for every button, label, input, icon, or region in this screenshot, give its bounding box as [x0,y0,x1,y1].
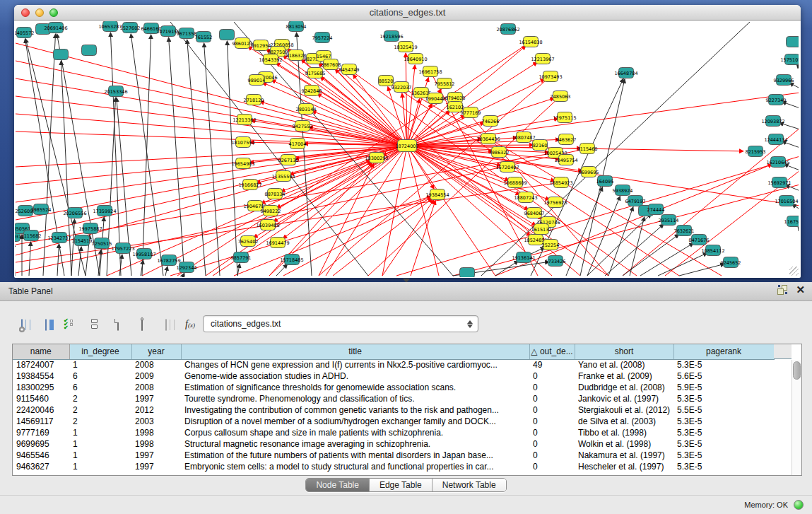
column-header-name[interactable]: name [13,344,69,359]
graph-node[interactable]: 1527602 [120,23,141,33]
graph-node[interactable] [787,37,799,47]
table-settings-button[interactable] [13,315,31,334]
graph-node[interactable]: 8215953 [746,146,766,157]
column-header-title[interactable]: title [181,344,529,359]
graph-node[interactable]: 20876862 [496,24,519,35]
graph-node[interactable]: 12213363 [233,115,256,125]
graph-node[interactable]: 417004 [289,139,307,149]
graph-node[interactable]: 11355594 [271,171,295,182]
graph-node[interactable]: 12213967 [531,54,554,64]
row-height-button[interactable] [85,315,103,334]
graph-node[interactable]: 7625402 [238,236,259,247]
black-edge[interactable] [608,206,633,276]
window-resize-grip[interactable] [789,267,799,276]
graph-node[interactable]: 17957223 [111,243,134,254]
black-edge[interactable] [57,244,59,276]
graph-node[interactable]: 8471676 [689,235,710,245]
graph-node[interactable]: 7955812 [435,78,455,89]
black-edge[interactable] [169,37,184,276]
column-header-short[interactable]: short [575,344,673,359]
black-edge[interactable] [679,264,724,276]
new-document-button[interactable] [109,315,127,334]
graph-node[interactable]: 9857791 [231,252,252,263]
import-table-disabled-button[interactable] [157,315,175,334]
graph-node[interactable]: 2935114 [659,215,679,226]
red-edge[interactable] [283,197,432,276]
graph-node[interactable]: 16210645 [766,157,789,168]
graph-node[interactable]: 1405572 [15,28,34,38]
red-edge[interactable] [382,199,434,276]
graph-node[interactable]: 12444134 [764,134,787,145]
table-row[interactable]: 969969511998Structural magnetic resonanc… [13,438,774,450]
graph-node[interactable]: 8878334 [265,189,286,199]
black-edge[interactable] [29,242,31,276]
graph-node[interactable]: 7957224 [312,33,333,43]
black-edge[interactable] [71,219,74,276]
graph-node[interactable]: 16961758 [418,66,442,77]
graph-node[interactable]: 20206556 [63,208,86,218]
graph-node[interactable]: 19958107 [132,249,155,259]
black-edge[interactable] [784,164,799,170]
close-panel-icon[interactable]: ✕ [796,285,805,295]
graph-node[interactable]: 16154838 [519,37,542,47]
graph-node[interactable]: 9684067 [524,208,545,218]
graph-node[interactable]: 9671358 [177,28,197,39]
graph-node[interactable]: 15720407 [495,162,519,173]
column-header-pagerank[interactable]: pagerank [673,344,774,359]
black-edge[interactable] [587,214,652,276]
graph-node[interactable]: 12975115 [553,112,576,123]
graph-node[interactable]: 9860123 [233,38,253,49]
table-source-select[interactable]: citations_edges.txt [203,315,478,332]
graph-node[interactable]: 8813054 [286,21,307,32]
red-edge[interactable] [16,182,561,262]
graph-node[interactable] [220,30,235,40]
network-window-titlebar[interactable]: citations_edges.txt [14,5,801,21]
graph-node[interactable]: 9699695 [579,167,599,177]
graph-node[interactable]: 9463627 [556,134,577,145]
graph-node[interactable] [460,268,475,278]
black-edge[interactable] [142,35,151,276]
graph-node[interactable]: 18724007 [395,140,418,152]
graph-node[interactable]: 19384554 [425,189,449,200]
graph-node[interactable]: 1615132 [531,224,552,235]
black-edge[interactable] [183,273,184,276]
table-row[interactable]: 946362711997Embryonic stem cells: a mode… [13,461,774,472]
black-edge[interactable] [658,253,707,276]
black-edge[interactable] [587,196,620,276]
table-row[interactable]: 2242004622012Investigating the contribut… [13,404,774,416]
red-edge[interactable] [333,199,433,276]
graph-node[interactable]: 164095 [596,176,614,187]
graph-node[interactable]: 8427552 [293,121,313,132]
graph-node[interactable]: 9777169 [461,107,481,118]
select-columns-button[interactable]: ✔✔✔ [61,315,79,334]
red-edge[interactable] [170,197,431,276]
red-edge[interactable] [177,42,531,276]
black-edge[interactable] [78,247,81,276]
citation-graph[interactable]: 1405572206914061065328715276026466160107… [15,21,799,277]
float-window-icon[interactable] [777,285,787,295]
graph-node[interactable]: 20153346 [104,86,127,97]
graph-node[interactable]: 7485063 [551,91,571,102]
graph-node[interactable]: 761552 [195,32,213,42]
graph-node[interactable]: 1167535 [784,216,799,227]
function-builder-button[interactable]: f(x) [181,315,199,334]
graph-node[interactable]: 9175685 [305,68,326,78]
black-edge[interactable] [165,267,167,276]
column-header-in_degree[interactable]: in_degree [69,344,131,359]
table-scrollbar-thumb[interactable] [793,361,801,380]
graph-node[interactable]: 15751074 [780,54,799,65]
column-header-out_de[interactable]: △ out_de... [529,344,575,359]
graph-node[interactable]: 10688609 [503,177,526,188]
graph-node[interactable]: 18325419 [394,42,417,52]
graph-node[interactable]: 2718120 [244,95,264,105]
table-row[interactable]: 946554611997Estimation of the future num… [13,450,774,461]
graph-node[interactable]: 2803144 [296,104,317,115]
graph-node[interactable]: 2867608 [321,59,341,70]
graph-node[interactable]: 18107554 [231,137,254,148]
graph-node[interactable]: 8454749 [339,64,360,75]
graph-node[interactable]: 1115682 [21,230,42,241]
graph-node[interactable]: 7986322 [489,147,510,158]
graph-node[interactable]: 10653287 [98,21,122,32]
graph-node[interactable]: 6479197 [625,196,646,206]
table-row[interactable]: 1872400712008Changes of HCN gene express… [13,359,774,370]
